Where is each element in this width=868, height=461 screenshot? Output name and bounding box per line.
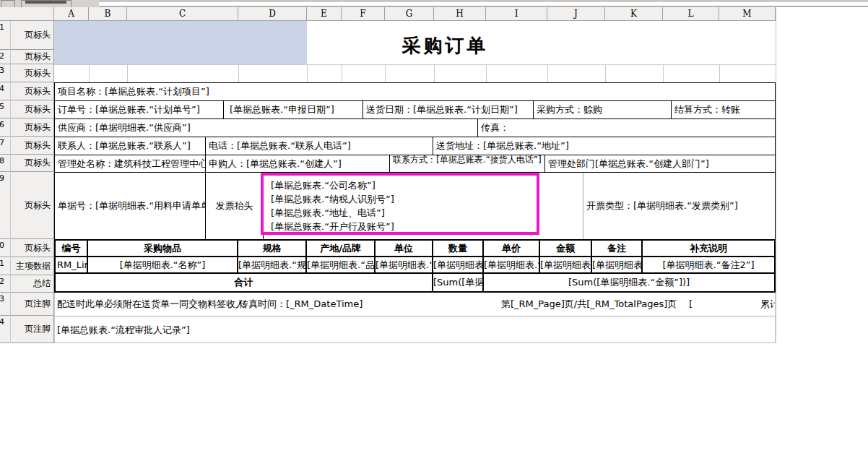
gutter-divider [10, 21, 11, 343]
band-row-label: 页标头 [25, 119, 51, 136]
detail-cell-2[interactable]: [单据明细表.“名称”] [88, 257, 238, 272]
detail-data-row: RM_Lin[单据明细表.“名称”][单据明细表.“规格”][单据明细表.“品牌… [56, 257, 774, 274]
column-header-b[interactable]: B [89, 7, 127, 21]
office-name-cell[interactable]: 管理处名称：建筑科技工程管理中心 [55, 155, 206, 172]
column-header-d[interactable]: D [238, 7, 307, 21]
band-row-13[interactable]: 13页注脚 [0, 293, 54, 316]
column-header-a[interactable]: A [54, 7, 89, 21]
column-header-c[interactable]: C [127, 7, 238, 21]
band-row-5[interactable]: 5页标头 [0, 100, 54, 119]
detail-header-6[interactable]: 数量 [433, 241, 484, 256]
contact-method-cell[interactable]: 联系方式：[单据总账表.“接货人电话”] [390, 155, 545, 172]
band-row-9[interactable]: 9页标头 [0, 172, 54, 239]
row-supplier: 供应商：[单据明细表.“供应商”] 传真： [55, 119, 775, 137]
row-contact: 联系人：[单据总账表.“联系人”] 电话：[单据总账表.“联系人电话”] 送货地… [55, 137, 775, 155]
column-header-i[interactable]: I [486, 7, 547, 21]
grid-corner-cell[interactable] [0, 7, 54, 21]
declare-date-cell[interactable]: [单据总账表.“申报日期”] [224, 101, 363, 119]
footer-fax-time: 传真时间：[_RM_DateTime] [239, 293, 363, 316]
column-header-l[interactable]: L [663, 7, 719, 21]
band-row-8[interactable]: 8页标头 [0, 155, 54, 172]
detail-cell-4[interactable]: [单据明细表.“品牌”] [307, 257, 376, 272]
band-row-number: 11 [0, 259, 4, 268]
row-order-no: 订单号：[单据总账表.“计划单号”] [单据总账表.“申报日期”] 送货日期：[… [55, 101, 775, 119]
detail-header-9[interactable]: 备注 [592, 241, 643, 256]
band-row-label: 主项数据 [16, 257, 51, 275]
column-header-m[interactable]: M [719, 7, 776, 21]
office-dept-cell[interactable]: 管理处部门[单据总账表.“创建人部门”] [545, 155, 775, 172]
delivery-date-cell[interactable]: 送货日期：[单据总账表.“计划日期”] [363, 101, 534, 119]
band-row-label: 页标头 [25, 21, 51, 49]
detail-cell-7[interactable]: [单据明细表.“单价”] [484, 257, 540, 272]
detail-header-3[interactable]: 规格 [238, 241, 307, 256]
detail-cell-8[interactable]: [单据明细表.“金额”] [540, 257, 592, 272]
total-amount-cell[interactable]: [Sum([单据明细表.“金额”])] [484, 274, 774, 291]
column-header-e[interactable]: E [307, 7, 342, 21]
detail-cell-6[interactable]: [单据明细表.“数量”] [433, 257, 484, 272]
total-label-cell[interactable]: 合计 [56, 274, 433, 291]
gridline-vertical [307, 64, 308, 82]
column-header-j[interactable]: J [547, 7, 605, 21]
band-row-label: 页注脚 [25, 316, 51, 342]
band-row-label: 页标头 [25, 82, 51, 100]
detail-header-4[interactable]: 产地/品牌 [307, 241, 376, 256]
gridline-vertical [434, 64, 435, 82]
detail-header-1[interactable]: 编号 [56, 241, 88, 256]
settlement-cell[interactable]: 结算方式：转账 [672, 101, 775, 119]
band-row-number: 6 [0, 120, 4, 129]
toolbar-button-remnant[interactable] [1, 0, 15, 7]
supplier-cell[interactable]: 供应商：[单据明细表.“供应商”] [55, 119, 478, 137]
project-cell[interactable]: 项目名称：[单据总账表.“计划项目”] [55, 83, 775, 100]
gridline-vertical [385, 64, 386, 82]
contact-cell[interactable]: 联系人：[单据总账表.“联系人”] [55, 137, 206, 155]
detail-header-10[interactable]: 补充说明 [643, 241, 774, 256]
column-header-h[interactable]: H [434, 7, 486, 21]
requester-cell[interactable]: 申购人：[单据总账表.“创建人”] [206, 155, 390, 172]
band-row-4[interactable]: 4页标头 [0, 82, 54, 100]
gridline-vertical [486, 64, 487, 82]
band-row-1[interactable]: 1页标头 [0, 21, 54, 50]
doc-no-cell[interactable]: 单据号：[单据明细表.“用料申请单单号”] [55, 173, 206, 239]
invoice-type-cell[interactable]: 开票类型：[单据明细表.“发票类别”] [583, 173, 775, 239]
band-row-10[interactable]: 10页标头 [0, 239, 54, 257]
band-row-7[interactable]: 7页标头 [0, 137, 54, 155]
band-row-label: 总结 [33, 275, 51, 292]
band-row-14[interactable]: 14页注脚 [0, 316, 54, 343]
formula-bar-remnant[interactable] [99, 1, 868, 7]
detail-cell-5[interactable]: [单据明细表.“单位”] [376, 257, 433, 272]
footer-cumulative: 累计 [760, 293, 776, 316]
toolbar-tab-text-remnant [25, 1, 66, 4]
order-no-cell[interactable]: 订单号：[单据总账表.“计划单号”] [55, 101, 224, 119]
gridline-horizontal [54, 64, 776, 65]
band-row-6[interactable]: 6页标头 [0, 119, 54, 137]
band-row-12[interactable]: 12总结 [0, 275, 54, 293]
order-type-cell[interactable]: 单 □ 一般订单 □ 审核状态：[单据总账表.“审核状态”] [54, 21, 307, 64]
gridline-vertical [89, 64, 90, 82]
detail-header-2[interactable]: 采购物品 [88, 241, 238, 256]
page-footer-row-1[interactable]: 配送时此单必须附在送货单一同交物料签收人 传真时间：[_RM_DateTime]… [54, 293, 776, 316]
detail-cell-10[interactable]: [单据明细表.“备注2”] [643, 257, 774, 272]
detail-header-8[interactable]: 金额 [540, 241, 592, 256]
gridline-vertical [238, 64, 239, 82]
detail-header-7[interactable]: 单价 [484, 241, 540, 256]
invoice-label-cell[interactable]: 发票抬头 [206, 173, 264, 239]
detail-cell-1[interactable]: RM_Lin [56, 257, 88, 272]
fax-cell[interactable]: 传真： [478, 119, 775, 137]
band-row-11[interactable]: 11主项数据 [0, 257, 54, 275]
band-row-2[interactable]: 2页标头 [0, 50, 54, 64]
band-row-3[interactable]: 3页标头 [0, 64, 54, 82]
column-header-k[interactable]: K [605, 7, 663, 21]
band-row-number: 13 [0, 294, 4, 303]
page-footer-row-2[interactable]: [单据总账表.“流程审批人记录”] [54, 316, 776, 343]
column-header-g[interactable]: G [385, 7, 434, 21]
detail-header-5[interactable]: 单位 [376, 241, 433, 256]
detail-total-row: 合计 [Sum([单据明细表.“数量”])] [Sum([单据明细表.“金额”]… [56, 274, 774, 291]
delivery-address-cell[interactable]: 送货地址：[单据总账表.“地址”] [433, 137, 775, 155]
purchase-method-cell[interactable]: 采购方式：赊购 [534, 101, 672, 119]
detail-cell-3[interactable]: [单据明细表.“规格”] [238, 257, 307, 272]
detail-cell-9[interactable]: [单据明细表.“备注”] [592, 257, 643, 272]
phone-cell[interactable]: 电话：[单据总账表.“联系人电话”] [206, 137, 433, 155]
column-header-f[interactable]: F [342, 7, 385, 21]
total-qty-cell[interactable]: [Sum([单据明细表.“数量”])] [433, 274, 484, 291]
report-title-cell[interactable]: 采购订单 [307, 21, 583, 64]
